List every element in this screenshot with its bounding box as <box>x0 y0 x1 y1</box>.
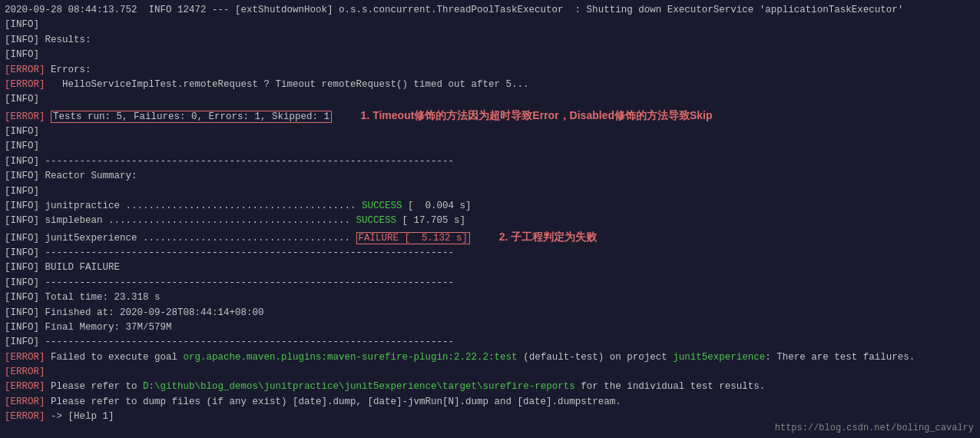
log-line-5: [ERROR] Errors: <box>5 63 975 78</box>
log-line-13: [INFO] <box>5 184 975 199</box>
log-line-27: [ERROR] Please refer to dump files (if a… <box>5 395 975 410</box>
log-line-14: [INFO] junitpractice ...................… <box>5 199 975 214</box>
terminal-window: 2020-09-28 08:44:13.752 INFO 12472 --- [… <box>0 0 980 438</box>
log-line-18: [INFO] BUILD FAILURE <box>5 260 975 275</box>
log-line-26: [ERROR] Please refer to D:\github\blog_d… <box>5 380 975 394</box>
log-line-24: [ERROR] Failed to execute goal org.apach… <box>5 350 975 365</box>
log-line-25: [ERROR] <box>5 365 975 380</box>
log-line-1: 2020-09-28 08:44:13.752 INFO 12472 --- [… <box>5 3 975 18</box>
log-line-6: [ERROR] HelloServiceImplTest.remoteReque… <box>5 78 975 92</box>
log-line-7: [INFO] <box>5 92 975 107</box>
log-line-10: [INFO] <box>5 139 975 154</box>
url-label: https://blog.csdn.net/boling_cavalry <box>775 423 974 433</box>
log-line-9: [INFO] <box>5 124 975 139</box>
log-line-2: [INFO] <box>5 18 975 32</box>
log-line-20: [INFO] Total time: 23.318 s <box>5 290 975 305</box>
log-line-21: [INFO] Finished at: 2020-09-28T08:44:14+… <box>5 306 975 320</box>
failure-box: FAILURE [ 5.132 s] <box>356 232 471 244</box>
log-line-22: [INFO] Final Memory: 37M/579M <box>5 320 975 335</box>
log-line-16: [INFO] junit5experience ................… <box>5 229 975 246</box>
log-line-23: [INFO] ---------------------------------… <box>5 335 975 350</box>
log-line-3: [INFO] Results: <box>5 33 975 48</box>
log-line-8: [ERROR] Tests run: 5, Failures: 0, Error… <box>5 108 975 124</box>
tests-run-box: Tests run: 5, Failures: 0, Errors: 1, Sk… <box>51 111 332 123</box>
log-line-19: [INFO] ---------------------------------… <box>5 276 975 290</box>
log-line-15: [INFO] simplebean ......................… <box>5 214 975 228</box>
log-line-12: [INFO] Reactor Summary: <box>5 169 975 184</box>
log-line-4: [INFO] <box>5 48 975 62</box>
log-line-17: [INFO] ---------------------------------… <box>5 246 975 260</box>
log-line-11: [INFO] ---------------------------------… <box>5 154 975 169</box>
